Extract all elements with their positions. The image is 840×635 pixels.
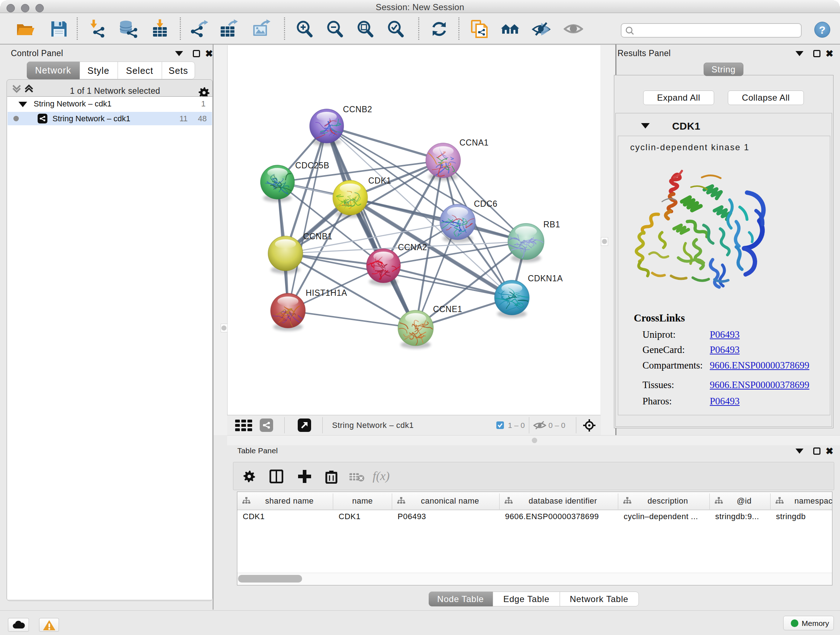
svg-text:CCNA1: CCNA1 (459, 138, 489, 147)
svg-text:CCNB2: CCNB2 (343, 105, 372, 114)
svg-text:CCNB1: CCNB1 (303, 232, 332, 241)
svg-text:CDKN1A: CDKN1A (528, 274, 563, 283)
svg-text:CCNA2: CCNA2 (398, 242, 427, 252)
svg-text:CDC25B: CDC25B (295, 161, 329, 170)
svg-text:CDK1: CDK1 (368, 176, 392, 185)
svg-text:CDC6: CDC6 (474, 199, 497, 209)
svg-text:CCNE1: CCNE1 (433, 304, 462, 314)
svg-text:HIST1H1A: HIST1H1A (306, 288, 347, 298)
svg-text:RB1: RB1 (543, 220, 561, 229)
